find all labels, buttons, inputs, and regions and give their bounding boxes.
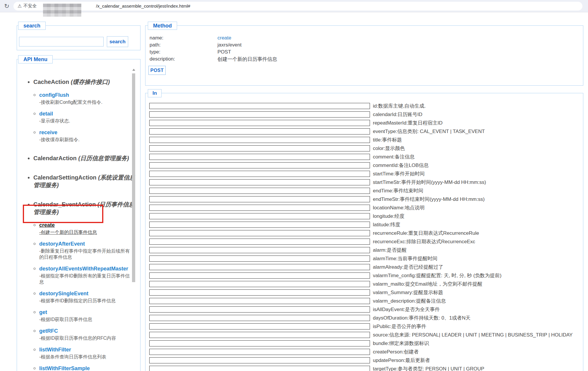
api-method-desc: -删除重复日程事件中指定事件开始后续所有的日程事件信息 — [39, 248, 132, 260]
scrollbar-thumb[interactable] — [132, 73, 135, 282]
param-field-row: comment:备注信息 — [149, 154, 572, 160]
api-method-link[interactable]: detail — [39, 111, 53, 117]
param-input[interactable] — [149, 196, 370, 202]
api-group-name: CalendarAction — [33, 155, 77, 161]
param-field-row: bundle:绑定来源数据标识 — [149, 340, 572, 346]
param-input[interactable] — [149, 281, 370, 287]
api-group-cacheaction: CacheAction (缓存操作接口) configFlush -接收刷新Co… — [33, 78, 137, 143]
param-field-row: endTime:事件结束时间 — [149, 188, 572, 194]
reload-icon[interactable]: ↻ — [2, 2, 11, 11]
param-input[interactable] — [149, 230, 370, 236]
param-field-row: latitude:纬度 — [149, 222, 572, 228]
search-panel-legend: search — [18, 22, 46, 30]
api-group-calendarsettingaction: CalendarSettingAction (系统设置信息管理服务) — [33, 174, 137, 189]
post-button[interactable]: POST — [148, 66, 166, 75]
param-input[interactable] — [149, 111, 370, 118]
param-input[interactable] — [149, 154, 370, 160]
param-input[interactable] — [149, 264, 370, 270]
param-field-row: alarm:是否提醒 — [149, 247, 572, 253]
param-input[interactable] — [149, 247, 370, 253]
search-panel: search search — [17, 25, 140, 50]
param-input[interactable] — [149, 103, 370, 109]
param-input[interactable] — [149, 323, 370, 329]
param-label: commentId:备注LOB信息 — [373, 162, 429, 169]
param-label: valarmTime_config:提醒提配置: 天, 时, 分, 秒 (负数为… — [373, 272, 502, 279]
api-method-link[interactable]: destoryAfterEvent — [39, 241, 85, 247]
param-input[interactable] — [149, 332, 370, 338]
param-field-row: source:信息来源: PERSONAL| LEADER | UNIT | M… — [149, 332, 572, 338]
param-label: startTime:事件开始时间 — [373, 170, 425, 177]
api-group-name: CacheAction — [33, 79, 69, 85]
api-method-item: receive -接收缓存刷新指令. — [39, 128, 132, 143]
method-detail-label: description: — [150, 56, 217, 62]
param-input[interactable] — [149, 171, 370, 177]
param-input[interactable] — [149, 179, 370, 185]
param-field-row: id:数据库主键,自动生成. — [149, 103, 572, 109]
api-method-link[interactable]: get — [39, 309, 47, 315]
param-field-row: calendarId:日历账号ID — [149, 111, 572, 118]
api-method-link[interactable]: getRFC — [39, 328, 58, 334]
param-input[interactable] — [149, 289, 370, 296]
param-input[interactable] — [149, 205, 370, 211]
browser-toolbar: ↻ ⚠不安全 /x_calendar_assemble_control/jest… — [0, 0, 588, 12]
param-input[interactable] — [149, 128, 370, 134]
api-group-subtitle: (缓存操作接口) — [71, 79, 110, 85]
param-input[interactable] — [149, 239, 370, 245]
param-input[interactable] — [149, 188, 370, 194]
param-input[interactable] — [149, 120, 370, 126]
api-method-link[interactable]: receive — [39, 130, 57, 135]
param-field-row: color:显示颜色 — [149, 145, 572, 151]
address-bar[interactable]: ⚠不安全 /x_calendar_assemble_control/jest/i… — [13, 2, 582, 11]
api-method-link[interactable]: destoryAllEventsWithRepeatMaster — [39, 266, 128, 272]
search-input[interactable] — [19, 37, 104, 46]
param-label: valarm_description:提醒备注信息 — [373, 298, 446, 304]
param-label: isAllDayEvent:是否为全天事件 — [373, 306, 440, 313]
security-badge[interactable]: ⚠不安全 — [18, 3, 37, 9]
method-detail-row: name: create — [150, 34, 277, 42]
api-method-link[interactable]: listWithFilterSample — [39, 365, 90, 371]
param-input[interactable] — [149, 162, 370, 168]
method-detail-value: create — [217, 35, 231, 41]
scrollbar-up-arrow[interactable] — [132, 68, 136, 71]
param-input[interactable] — [149, 222, 370, 228]
param-label: targetType:参与者类型: PERSON | UNIT | GROUP — [373, 365, 484, 371]
param-input[interactable] — [149, 298, 370, 304]
api-method-link[interactable]: destorySingleEvent — [39, 291, 88, 296]
search-button[interactable]: search — [107, 36, 128, 47]
param-label: longitude:经度 — [373, 213, 404, 220]
param-input[interactable] — [149, 137, 370, 143]
param-input[interactable] — [149, 340, 370, 346]
param-label: recurrenceExc:排除日期表达式RecurrenceExc — [373, 238, 475, 245]
api-method-link[interactable]: listWithFilter — [39, 347, 71, 353]
param-input[interactable] — [149, 213, 370, 219]
method-detail-value: jaxrs/event — [217, 42, 241, 48]
param-input[interactable] — [149, 306, 370, 313]
param-field-row: recurrenceRule:重复日期表达式RecurrenceRule — [149, 230, 572, 236]
param-label: title:事件标题 — [373, 137, 402, 143]
param-field-row: isAllDayEvent:是否为全天事件 — [149, 306, 572, 313]
param-input[interactable] — [149, 357, 370, 363]
param-field-row: isPublic:是否公开的事件 — [149, 323, 572, 329]
param-input[interactable] — [149, 349, 370, 355]
api-group-calendaraction: CalendarAction (日历信息管理服务) — [33, 154, 137, 162]
in-panel: In id:数据库主键,自动生成. calendarId:日历账号ID repe… — [145, 93, 583, 371]
param-field-row: startTimeStr:事件开始时间(yyyy-MM-dd HH:mm:ss) — [149, 179, 572, 185]
api-method-link[interactable]: create — [39, 222, 55, 228]
api-group-subtitle: (日历信息管理服务) — [78, 155, 129, 161]
api-group-calendar-eventaction: Calendar_EventAction (日历事件信息管理服务) create… — [33, 201, 137, 371]
param-input[interactable] — [149, 145, 370, 151]
api-method-desc: -接收缓存刷新指令. — [39, 137, 132, 143]
param-field-row: recurrenceExc:排除日期表达式RecurrenceExc — [149, 239, 572, 245]
param-field-row: startTime:事件开始时间 — [149, 171, 572, 177]
param-field-row: createPerson:创建者 — [149, 349, 572, 355]
method-detail-value: POST — [217, 49, 231, 55]
param-input[interactable] — [149, 256, 370, 262]
param-input[interactable] — [149, 272, 370, 279]
param-label: repeatMasterId:重复日程宿主ID — [373, 120, 443, 126]
api-method-item: create -创建一个新的日历事件信息 — [39, 221, 132, 235]
param-input[interactable] — [149, 315, 370, 321]
param-label: alarm:是否提醒 — [373, 247, 407, 253]
param-label: latitude:纬度 — [373, 221, 400, 228]
api-method-link[interactable]: configFlush — [39, 92, 69, 98]
param-input[interactable] — [149, 366, 370, 371]
